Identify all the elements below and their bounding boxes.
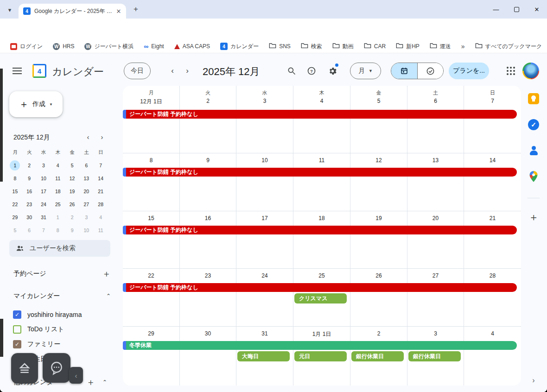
- mini-day-cell[interactable]: 3: [37, 159, 51, 172]
- mini-day-cell[interactable]: 1: [51, 211, 65, 224]
- bookmark-item[interactable]: ログイン: [10, 43, 43, 51]
- my-calendars-row[interactable]: マイカレンダー ⌃: [13, 292, 111, 300]
- day-cell[interactable]: 8: [123, 153, 180, 211]
- mini-day-cell[interactable]: 13: [79, 172, 94, 185]
- mini-day-cell[interactable]: 11: [94, 224, 108, 237]
- mini-day-cell[interactable]: 8: [51, 224, 65, 237]
- google-apps-grid-icon[interactable]: [502, 62, 520, 80]
- day-cell[interactable]: 23: [180, 269, 236, 326]
- search-users-field[interactable]: ユーザーを検索: [9, 240, 110, 257]
- mini-day-cell[interactable]: 7: [94, 159, 108, 172]
- day-cell[interactable]: 27: [407, 269, 464, 326]
- mini-day-cell[interactable]: 2: [22, 159, 37, 172]
- day-cell[interactable]: 水3: [236, 86, 293, 153]
- bookmark-item[interactable]: 運送: [430, 42, 451, 51]
- day-cell[interactable]: 月12月 1日: [123, 86, 180, 153]
- hide-side-panel-chevron-icon[interactable]: ›: [528, 375, 539, 386]
- mini-day-cell[interactable]: 27: [79, 198, 94, 211]
- mini-day-cell[interactable]: 28: [94, 198, 108, 211]
- day-cell[interactable]: 13: [407, 153, 464, 211]
- browser-tab[interactable]: 4 Google カレンダー - 2025年 12月 ✕: [19, 4, 126, 19]
- holiday-event-chip[interactable]: クリスマス: [294, 293, 347, 303]
- day-cell[interactable]: 17: [236, 211, 293, 268]
- maps-icon[interactable]: [528, 171, 539, 182]
- main-menu-hamburger-icon[interactable]: [8, 62, 26, 80]
- day-cell[interactable]: 火2: [180, 86, 236, 153]
- mini-day-cell[interactable]: 22: [8, 198, 22, 211]
- bookmark-item[interactable]: CAR: [364, 42, 386, 51]
- bookmark-item[interactable]: 4カレンダー: [220, 43, 259, 51]
- mini-day-cell[interactable]: 4: [94, 211, 108, 224]
- mini-day-cell[interactable]: 17: [37, 185, 51, 198]
- multiday-event-banner[interactable]: ジーバート防錆 予約枠なし: [123, 283, 517, 292]
- holiday-event-chip[interactable]: 銀行休業日: [408, 351, 461, 361]
- bookmark-item[interactable]: 検索: [301, 42, 322, 51]
- get-add-ons-icon[interactable]: ＋: [528, 212, 539, 223]
- mini-day-cell[interactable]: 6: [79, 159, 94, 172]
- multiday-event-banner[interactable]: 冬季休業: [123, 341, 517, 350]
- day-cell[interactable]: 28: [464, 269, 521, 326]
- today-button[interactable]: 今日: [124, 63, 151, 79]
- collapse-chevron-icon[interactable]: ⌃: [102, 379, 107, 386]
- mini-day-cell[interactable]: 2: [65, 211, 79, 224]
- tab-close-icon[interactable]: ✕: [115, 7, 122, 15]
- overlay-collapse-button[interactable]: ‹: [69, 367, 83, 384]
- bookmark-item[interactable]: 新HP: [396, 42, 420, 51]
- calendar-list-item[interactable]: ToDo リスト: [13, 324, 64, 335]
- mini-day-cell[interactable]: 29: [8, 211, 22, 224]
- bookmark-item[interactable]: SNS: [269, 42, 291, 51]
- bookmark-item[interactable]: ASA CAPS: [174, 43, 210, 50]
- calendar-checkbox[interactable]: [13, 325, 21, 334]
- mini-day-cell[interactable]: 1: [8, 159, 22, 172]
- mini-day-cell[interactable]: 5: [8, 224, 22, 237]
- mini-day-cell[interactable]: 31: [37, 211, 51, 224]
- mini-day-cell[interactable]: 6: [22, 224, 37, 237]
- create-button[interactable]: ＋ 作成 ▼: [9, 91, 63, 117]
- day-cell[interactable]: 金5: [350, 86, 407, 153]
- day-cell[interactable]: 4: [464, 327, 521, 386]
- day-cell[interactable]: 土6: [407, 86, 464, 153]
- multiday-event-banner[interactable]: ジーバート防錆 予約枠なし: [123, 226, 517, 234]
- contacts-icon[interactable]: [528, 145, 539, 156]
- mini-day-cell[interactable]: 8: [8, 172, 22, 185]
- calendar-checkbox[interactable]: ✓: [13, 340, 21, 348]
- day-cell[interactable]: 24: [236, 269, 293, 326]
- bookmark-item[interactable]: 動画: [332, 42, 354, 51]
- mini-day-cell[interactable]: 10: [37, 172, 51, 185]
- mini-day-cell[interactable]: 14: [94, 172, 108, 185]
- day-cell[interactable]: 14: [464, 153, 521, 211]
- mini-day-cell[interactable]: 25: [51, 198, 65, 211]
- day-cell[interactable]: 19: [350, 211, 407, 268]
- day-cell[interactable]: 18: [293, 211, 350, 268]
- day-cell[interactable]: 16: [180, 211, 236, 268]
- next-month-chevron-icon[interactable]: ›: [178, 62, 197, 80]
- calendar-checkbox[interactable]: ✓: [13, 310, 21, 319]
- mini-day-cell[interactable]: 15: [8, 185, 22, 198]
- holiday-event-chip[interactable]: 大晦日: [237, 351, 290, 361]
- mini-next-chevron-icon[interactable]: ›: [96, 131, 108, 142]
- tasks-view-toggle[interactable]: [418, 63, 444, 79]
- mini-day-cell[interactable]: 19: [65, 185, 79, 198]
- mini-day-cell[interactable]: 4: [51, 159, 65, 172]
- mini-day-cell[interactable]: 11: [51, 172, 65, 185]
- mini-prev-chevron-icon[interactable]: ‹: [83, 131, 94, 142]
- mini-day-cell[interactable]: 24: [37, 198, 51, 211]
- calendar-view-toggle[interactable]: [391, 63, 418, 79]
- day-cell[interactable]: 15: [123, 211, 180, 268]
- account-avatar[interactable]: [522, 63, 539, 79]
- holiday-event-chip[interactable]: 元日: [294, 351, 347, 361]
- day-cell[interactable]: 22: [123, 269, 180, 326]
- add-booking-page-icon[interactable]: ＋: [102, 268, 111, 280]
- bookmarks-overflow-icon[interactable]: »: [461, 43, 465, 50]
- help-icon[interactable]: ?: [302, 62, 321, 80]
- mini-day-cell[interactable]: 16: [22, 185, 37, 198]
- tab-search-chevron-icon[interactable]: ▾: [5, 5, 15, 15]
- minimize-button[interactable]: —: [486, 0, 506, 19]
- mini-day-cell[interactable]: 26: [65, 198, 79, 211]
- mini-day-cell[interactable]: 12: [65, 172, 79, 185]
- mini-day-cell[interactable]: 7: [37, 224, 51, 237]
- search-icon[interactable]: [282, 62, 301, 80]
- day-cell[interactable]: 21: [464, 211, 521, 268]
- close-button[interactable]: ✕: [527, 0, 547, 19]
- view-selector-dropdown[interactable]: 月 ▼: [350, 63, 381, 79]
